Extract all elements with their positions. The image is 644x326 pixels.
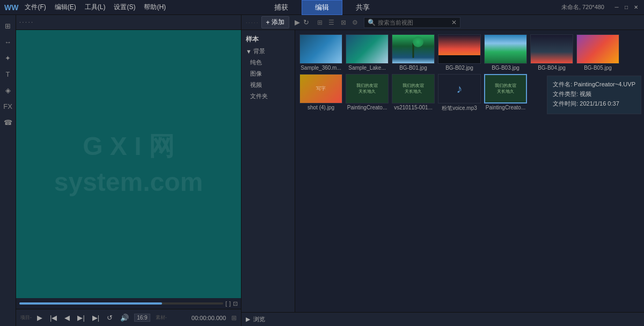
media-label-5: BG-B03.jpg — [484, 65, 527, 71]
tree-item-background[interactable]: ▼ 背景 — [241, 46, 295, 57]
minimize-button[interactable]: ─ — [613, 4, 620, 11]
maximize-button[interactable]: □ — [623, 4, 630, 11]
tree-item-image[interactable]: 图像 — [241, 68, 295, 79]
sidebar-filter-icon[interactable]: ◈ — [2, 84, 14, 97]
large-view-icon[interactable]: ⊠ — [338, 17, 349, 28]
media-thumb-8: 写字 — [299, 74, 342, 103]
search-clear-icon[interactable]: ✕ — [451, 19, 457, 26]
close-button[interactable]: ✕ — [632, 4, 640, 11]
preview-panel: · · · · · G X I 网system.com [ ] ⊡ 项目- ▶ … — [16, 15, 241, 326]
search-icon: 🔍 — [368, 19, 376, 26]
scrubber-track[interactable] — [19, 302, 223, 305]
tab-capture[interactable]: 捕获 — [261, 0, 302, 15]
browse-bar: ▶ 浏览 — [241, 312, 644, 326]
media-item-11[interactable]: ♪ 粉笔voice.mp3 — [438, 74, 481, 112]
grid-view-icon[interactable]: ⊞ — [314, 17, 325, 28]
media-label-6: BG-B04.jpg — [530, 65, 573, 71]
arrow-icon[interactable]: ▶ — [295, 18, 300, 26]
tab-edit[interactable]: 编辑 — [302, 0, 342, 15]
window-info: 未命名, 720*480 ─ □ ✕ — [561, 3, 640, 11]
media-thumb-5 — [484, 34, 527, 64]
browse-icon: ▶ — [246, 316, 250, 323]
settings-icon[interactable]: ⚙ — [350, 17, 361, 28]
media-item-2[interactable]: Sample_Lake... — [346, 34, 389, 71]
tooltip-filetime-label: 文件时间: — [553, 100, 578, 107]
time-display: 00:00:00.000 — [192, 315, 226, 321]
media-item-9[interactable]: 我们的友谊天长地久 PaintingCreato... — [346, 74, 389, 112]
preview-controls: 项目- ▶ |◀ ◀ ▶| ▶| ↺ 🔊 16:9 素材- 00:00:00.0… — [16, 309, 241, 326]
tooltip-filename-label: 文件名: — [553, 81, 572, 87]
media-item-5[interactable]: BG-B03.jpg — [484, 34, 527, 71]
media-label-9: PaintingCreato... — [346, 105, 389, 110]
media-content: 样本 ▼ 背景 纯色 图像 视频 文件夹 Sample_360.m... — [241, 30, 644, 312]
refresh-icon[interactable]: ↻ — [303, 18, 309, 26]
repeat-button[interactable]: ↺ — [105, 313, 115, 323]
search-input[interactable] — [378, 19, 451, 26]
menu-settings[interactable]: 设置(S) — [114, 3, 135, 12]
media-label-7: BG-B05.jpg — [576, 65, 619, 71]
prev-frame-button[interactable]: ◀ — [62, 313, 72, 323]
media-thumb-10: 我们的友谊天长地久 — [392, 74, 435, 103]
media-item-12[interactable]: 我们的友谊天长地久 PaintingCreato... — [484, 74, 527, 112]
search-box[interactable]: 🔍 ✕ — [364, 17, 460, 28]
media-thumb-12: 我们的友谊天长地久 — [484, 74, 527, 103]
sidebar-effect-icon[interactable]: ✦ — [2, 51, 14, 64]
list-view-icon[interactable]: ☰ — [326, 17, 337, 28]
menu-help[interactable]: 帮助(H) — [144, 3, 166, 12]
tree-arrow-icon: ▼ — [246, 48, 252, 55]
media-thumb-9: 我们的友谊天长地久 — [346, 74, 389, 103]
volume-button[interactable]: 🔊 — [118, 313, 131, 323]
media-item-4[interactable]: BG-B02.jpg — [438, 34, 481, 71]
tooltip-filetype-label: 文件类型: — [553, 91, 578, 97]
bracket-end[interactable]: ] — [229, 300, 231, 307]
tooltip-filetype-row: 文件类型: 视频 — [553, 90, 635, 98]
aspect-ratio[interactable]: 16:9 — [134, 314, 150, 322]
media-item-10[interactable]: 我们的友谊天长地久 vs210115-001... — [392, 74, 435, 112]
next-frame-button[interactable]: ▶| — [75, 313, 86, 323]
media-item-3[interactable]: BG-B01.jpg — [392, 34, 435, 71]
menu-tools[interactable]: 工具(L) — [85, 3, 106, 12]
view-mode-icons: ⊞ ☰ ⊠ ⚙ — [314, 17, 361, 28]
browse-label[interactable]: 浏览 — [253, 315, 265, 323]
media-item-7[interactable]: BG-B05.jpg — [576, 34, 619, 71]
media-item-6[interactable]: BG-B04.jpg — [530, 34, 573, 71]
app-logo: WW — [4, 3, 18, 12]
menu-edit[interactable]: 编辑(E) — [55, 3, 76, 12]
clip-icon[interactable]: ⊡ — [233, 300, 238, 307]
sidebar-text-icon[interactable]: T — [2, 68, 14, 80]
main-tabs: 捕获 编辑 共享 — [261, 0, 383, 15]
media-item-1[interactable]: Sample_360.m... — [299, 34, 342, 71]
media-label-4: BG-B02.jpg — [438, 65, 481, 71]
menu-bar: WW 文件(F) 编辑(E) 工具(L) 设置(S) 帮助(H) 捕获 编辑 共… — [0, 0, 644, 15]
sidebar-media-icon[interactable]: ⊞ — [2, 19, 14, 32]
sidebar-fx-icon[interactable]: FX — [2, 100, 14, 113]
media-item-8[interactable]: 写字 shot (4).jpg — [299, 74, 342, 112]
tree-item-solid[interactable]: 纯色 — [241, 57, 295, 68]
tree-item-video[interactable]: 视频 — [241, 79, 295, 91]
preview-scrubber[interactable]: [ ] ⊡ — [16, 298, 241, 309]
sidebar-transition-icon[interactable]: ↔ — [2, 35, 14, 48]
expand-preview-button[interactable]: ⊞ — [231, 314, 237, 322]
skip-start-button[interactable]: |◀ — [48, 313, 59, 323]
menu-file[interactable]: 文件(F) — [25, 3, 46, 12]
sidebar-audio-icon[interactable]: ☎ — [2, 116, 14, 129]
preview-toolbar: · · · · · — [16, 15, 241, 30]
watermark: G X I 网system.com — [54, 128, 203, 200]
media-thumb-4 — [438, 34, 481, 64]
window-controls: ─ □ ✕ — [613, 4, 640, 11]
scrubber-progress — [19, 302, 162, 305]
media-thumb-11: ♪ — [438, 74, 481, 103]
add-media-button[interactable]: + 添加 — [261, 16, 289, 28]
media-label-2: Sample_Lake... — [346, 65, 389, 71]
app-title: 未命名, 720*480 — [561, 3, 604, 11]
bracket-start[interactable]: [ — [225, 300, 227, 307]
media-label-8: shot (4).jpg — [299, 105, 342, 110]
tooltip-filetime-row: 文件时间: 2021/1/16 0:37 — [553, 100, 635, 108]
play-button[interactable]: ▶ — [35, 313, 45, 323]
tab-share[interactable]: 共享 — [342, 0, 383, 15]
preview-video: G X I 网system.com — [16, 30, 241, 298]
skip-end-button[interactable]: ▶| — [90, 313, 101, 323]
plus-icon: + — [266, 19, 270, 26]
media-thumb-1 — [299, 34, 342, 64]
tree-item-folder[interactable]: 文件夹 — [241, 91, 295, 102]
